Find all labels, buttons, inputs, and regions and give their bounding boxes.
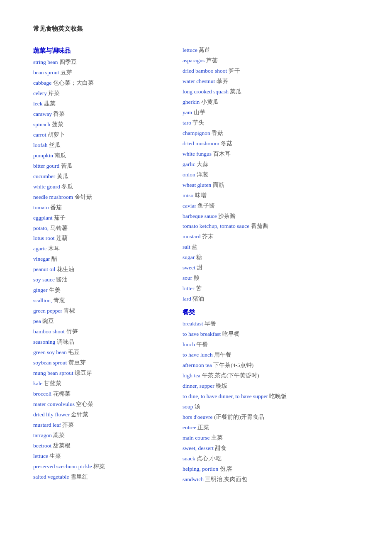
left-section-title: 蔬菜与调味品 xyxy=(33,47,166,55)
entry-zh: 份,客 xyxy=(218,466,233,472)
entry-zh: 菠菜 xyxy=(50,121,63,127)
right-section-title: 餐类 xyxy=(183,308,359,316)
list-item: carrot 胡萝卜 xyxy=(33,130,166,140)
entry-zh: 韭菜 xyxy=(43,100,56,107)
list-item: entree 正菜 xyxy=(183,423,359,433)
entry-zh: 主菜 xyxy=(210,435,223,441)
list-item: miso 味噌 xyxy=(183,191,359,201)
entry-en: champignon xyxy=(183,130,210,136)
entry-en: ginger xyxy=(33,287,48,293)
list-item: sweet 甜 xyxy=(183,263,359,273)
entry-zh: 蒿菜 xyxy=(52,432,65,438)
entry-en: vinegar xyxy=(33,256,50,262)
entry-zh: 早餐 xyxy=(203,320,216,327)
entry-en: to have breakfast xyxy=(183,331,221,337)
list-item: water chestnut 荸荠 xyxy=(183,76,359,87)
right-top-entries: lettuce 莴苣asparagus 芦荟dried bamboo shoot… xyxy=(183,45,359,304)
entry-en: green soy bean xyxy=(33,349,67,355)
list-item: helping, portion 份,客 xyxy=(183,464,359,474)
entry-zh: 莲藕 xyxy=(54,235,67,241)
list-item: salt 盐 xyxy=(183,242,359,252)
list-item: pea 豌豆 xyxy=(33,316,166,327)
entry-zh: 四季豆 xyxy=(58,59,77,65)
list-item: caraway 香菜 xyxy=(33,109,166,120)
column-left: 蔬菜与调味品 string bean 四季豆bean sprout 豆芽cabb… xyxy=(33,45,166,485)
entry-zh: 毛豆 xyxy=(67,349,80,355)
entry-zh: 甜菜根 xyxy=(51,443,70,449)
list-item: breakfast 早餐 xyxy=(183,319,359,329)
list-item: bamboo shoot 竹笋 xyxy=(33,327,166,337)
entry-zh: 面筋 xyxy=(211,182,224,188)
entry-en: taro xyxy=(183,120,191,126)
entry-zh: 番茄酱 xyxy=(249,223,268,229)
list-item: white gourd 冬瓜 xyxy=(33,182,166,192)
entry-en: mung bean sprout xyxy=(33,370,73,376)
entry-en: spinach xyxy=(33,121,50,127)
list-item: lettuce 莴苣 xyxy=(183,45,359,56)
entry-zh: 生菜 xyxy=(48,453,61,459)
list-item: soybean sprout 黄豆芽 xyxy=(33,358,166,368)
list-item: dried bamboo shoot 笋干 xyxy=(183,66,359,76)
entry-en: onion xyxy=(183,171,195,178)
entry-en: high tea xyxy=(183,372,200,379)
entry-zh: 猪油 xyxy=(191,296,204,302)
entry-zh: 香菜 xyxy=(52,111,65,117)
list-item: long crooked squash 菜瓜 xyxy=(183,87,359,97)
list-item: kale 甘蓝菜 xyxy=(33,379,166,389)
entry-en: white fungus xyxy=(183,151,212,157)
entry-en: leek xyxy=(33,100,43,107)
entry-en: tarragon xyxy=(33,432,52,438)
entry-en: bamboo shoot xyxy=(33,328,65,335)
list-item: garlic 大蒜 xyxy=(183,159,359,170)
entry-en: helping, portion xyxy=(183,466,218,472)
entry-en: loofah xyxy=(33,142,48,148)
entry-en: eggplant xyxy=(33,215,53,221)
entry-en: water chestnut xyxy=(183,78,215,84)
entry-en: mustard leaf xyxy=(33,422,61,428)
entry-en: sweet xyxy=(183,264,195,271)
right-meals-entries: breakfast 早餐to have breakfast 吃早餐lunch 午… xyxy=(183,319,359,485)
entry-zh: 芋头 xyxy=(191,120,204,126)
entry-zh: 晚饭 xyxy=(214,383,227,389)
list-item: lard 猪油 xyxy=(183,294,359,304)
list-item: snack 点心,小吃 xyxy=(183,454,359,464)
list-item: hors d'oeuvre (正餐前的)开胃食品 xyxy=(183,412,359,423)
entry-en: entree xyxy=(183,424,196,430)
entry-en: bean sprout xyxy=(33,69,59,76)
entry-zh: 竹笋 xyxy=(65,328,78,335)
entry-zh: 豆芽 xyxy=(59,69,72,76)
entry-zh: 雪里红 xyxy=(69,474,88,480)
entry-zh: 番茄 xyxy=(49,204,62,210)
entry-zh: 木耳 xyxy=(47,245,60,252)
entry-zh: 醋 xyxy=(50,256,57,262)
entry-zh: 用午餐 xyxy=(213,352,231,358)
list-item: dried mushroom 冬菇 xyxy=(183,139,359,149)
entry-en: peanut oil xyxy=(33,266,56,272)
entry-zh: 三明治,夹肉面包 xyxy=(204,476,247,482)
list-item: ginger 生姜 xyxy=(33,285,166,296)
entry-en: dried bamboo shoot xyxy=(183,68,227,74)
entry-en: lard xyxy=(183,296,191,302)
list-item: tomato ketchup, tomato sauce 番茄酱 xyxy=(183,221,359,232)
entry-zh: 茄子 xyxy=(53,215,66,221)
list-item: spinach 菠菜 xyxy=(33,120,166,130)
entry-en: barbeque sauce xyxy=(183,213,217,219)
entry-en: main course xyxy=(183,435,210,441)
entry-en: carrot xyxy=(33,132,46,138)
list-item: taro 芋头 xyxy=(183,118,359,128)
entry-zh: 点心,小吃 xyxy=(195,455,222,462)
list-item: broccoli 花椰菜 xyxy=(33,389,166,399)
entry-en: wheat gluten xyxy=(183,182,211,188)
entry-zh: 甜 xyxy=(195,264,202,271)
list-item: pumpkin 南瓜 xyxy=(33,151,166,161)
entry-zh: 花生油 xyxy=(56,266,74,272)
entry-en: caviar xyxy=(183,203,196,209)
entry-en: sour xyxy=(183,275,192,281)
entry-zh: 鱼子酱 xyxy=(196,203,215,209)
list-item: cabbage 包心菜；大白菜 xyxy=(33,78,166,88)
list-item: main course 主菜 xyxy=(183,433,359,443)
entry-en: green pepper xyxy=(33,308,62,314)
entry-zh: 山芋 xyxy=(192,109,205,115)
list-item: bitter gourd 苦瓜 xyxy=(33,161,166,171)
entry-en: preserved szechuan pickle xyxy=(33,463,92,469)
